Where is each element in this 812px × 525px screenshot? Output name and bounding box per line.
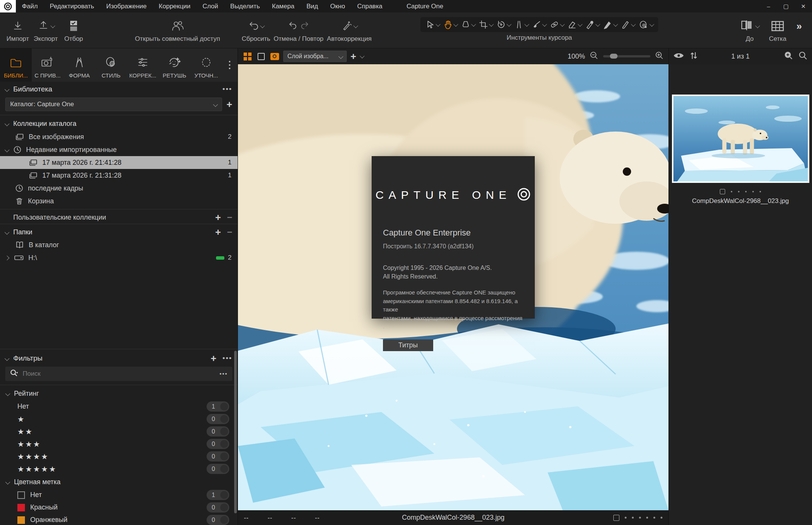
add-user-collection-button[interactable]: + <box>215 214 221 221</box>
color-filter-row[interactable]: Нет 1 <box>0 489 238 501</box>
count-badge[interactable]: 0 <box>207 502 229 513</box>
menu-help[interactable]: Справка <box>351 0 389 12</box>
rating-filter-row[interactable]: ★★★★★ 0 <box>0 463 238 475</box>
user-collections-header[interactable]: Пользовательские коллекции + − <box>0 211 238 224</box>
rating-filter-header[interactable]: Рейтинг <box>0 387 238 400</box>
rating-dot[interactable] <box>661 517 662 519</box>
proof-view-icon[interactable] <box>270 51 279 61</box>
export-button[interactable]: Экспорт <box>32 12 60 43</box>
tab-style[interactable]: СТИЛЬ <box>95 48 127 82</box>
color-filter-row[interactable]: Оранжевый 0 <box>0 514 238 525</box>
count-badge[interactable]: 1 <box>207 401 229 412</box>
tabs-more-button[interactable] <box>222 48 237 82</box>
rating-dot[interactable] <box>752 191 754 192</box>
catalog-collections-header[interactable]: Коллекции каталога <box>0 117 238 130</box>
brush-tool[interactable] <box>531 19 546 30</box>
left-panel-scrollbar[interactable] <box>234 351 237 513</box>
import-button[interactable]: Импорт <box>4 12 32 43</box>
keystone-tool[interactable] <box>514 19 529 30</box>
library-menu-button[interactable]: ••• <box>222 87 232 91</box>
maximize-button[interactable]: ▢ <box>777 0 795 12</box>
menu-file[interactable]: Файл <box>16 0 44 12</box>
before-after-button[interactable]: До <box>736 12 764 43</box>
rating-filter-row[interactable]: ★★ 0 <box>0 425 238 438</box>
single-view-icon[interactable] <box>256 51 266 61</box>
toolbar-overflow-button[interactable]: » <box>792 12 807 43</box>
remove-user-collection-button[interactable]: − <box>227 214 232 221</box>
rating-dot[interactable] <box>625 517 627 519</box>
count-badge[interactable]: 1 <box>207 490 229 500</box>
select-arrow-tool[interactable] <box>425 19 440 30</box>
grid-button[interactable]: Сетка <box>764 12 792 43</box>
collection-trash[interactable]: Корзина <box>0 195 238 208</box>
tab-tether[interactable]: С ПРИВ... <box>32 48 63 82</box>
tab-retouch[interactable]: РЕТУШЬ <box>159 48 190 82</box>
cull-button[interactable]: Отбор <box>60 12 88 43</box>
minimize-button[interactable]: – <box>760 0 777 12</box>
color-filter-row[interactable]: Красный 0 <box>0 501 238 514</box>
zoom-out-icon[interactable] <box>590 51 599 62</box>
rating-dot[interactable] <box>760 191 761 192</box>
collection-recent-captures[interactable]: последние кадры <box>0 182 238 195</box>
menu-adjustments[interactable]: Коррекции <box>153 0 196 12</box>
rating-dot[interactable] <box>646 517 648 519</box>
zoom-slider[interactable] <box>603 55 650 57</box>
collection-recent-imports[interactable]: Недавние импортированные <box>0 143 238 156</box>
menu-window[interactable]: Окно <box>324 0 351 12</box>
color-tag-filter-header[interactable]: Цветная метка <box>0 475 238 489</box>
rotate-tool[interactable] <box>496 19 511 30</box>
collection-import-session[interactable]: 17 марта 2026 г. 21:41:28 1 <box>0 156 238 169</box>
folder-drive-h[interactable]: H:\ 2 <box>0 251 238 264</box>
close-button[interactable]: ✕ <box>795 0 812 12</box>
menu-camera[interactable]: Камера <box>266 0 300 12</box>
rating-dot[interactable] <box>653 517 655 519</box>
zoom-in-icon[interactable] <box>655 51 664 62</box>
add-filter-button[interactable]: + <box>211 355 216 362</box>
count-badge[interactable]: 0 <box>207 414 229 424</box>
collection-import-session[interactable]: 17 марта 2026 г. 21:31:28 1 <box>0 169 238 182</box>
count-badge[interactable]: 0 <box>207 515 229 525</box>
reset-button[interactable]: Сбросить <box>242 12 270 43</box>
thumbnail[interactable] <box>672 94 809 183</box>
rating-dot[interactable] <box>731 191 732 192</box>
photo-canvas[interactable]: CAPTURE ONE Capture One Enterprise Постр… <box>238 64 668 510</box>
count-badge[interactable]: 0 <box>207 426 229 437</box>
tab-adjust[interactable]: КОРРЕК... <box>127 48 159 82</box>
layer-select[interactable]: Слой изобра... <box>283 51 347 62</box>
tab-refine[interactable]: УТОЧН... <box>190 48 222 82</box>
rating-dot[interactable] <box>639 517 641 519</box>
radial-gradient-tool[interactable] <box>638 19 654 30</box>
undo-redo-button[interactable]: Отмена / Повтор <box>270 12 327 43</box>
credits-button[interactable]: Титры <box>383 339 433 351</box>
count-badge[interactable]: 0 <box>207 464 229 474</box>
autocorrect-button[interactable]: Автокоррекция <box>327 12 372 43</box>
select-checkbox[interactable] <box>613 515 619 521</box>
search-options-button[interactable]: ••• <box>219 372 228 376</box>
heal-patch-tool[interactable] <box>549 19 564 30</box>
folders-header[interactable]: Папки + − <box>0 226 238 238</box>
add-catalog-button[interactable]: + <box>227 101 232 108</box>
pencil-tool[interactable] <box>620 19 635 30</box>
menu-layer[interactable]: Слой <box>196 0 224 12</box>
crop-tool[interactable] <box>478 19 493 30</box>
search-icon[interactable] <box>798 51 807 62</box>
draw-mask-tool[interactable] <box>602 19 617 30</box>
add-layer-button[interactable]: + <box>350 52 356 60</box>
menu-select[interactable]: Выделить <box>224 0 266 12</box>
search-input[interactable] <box>23 370 216 378</box>
share-button[interactable]: Открыть совместный доступ <box>135 12 220 43</box>
rating-dot[interactable] <box>632 517 634 519</box>
count-badge[interactable]: 0 <box>207 439 229 449</box>
collection-all-images[interactable]: Все изображения 2 <box>0 130 238 143</box>
library-header[interactable]: Библиотека ••• <box>0 82 238 97</box>
catalog-select[interactable]: Каталог: Capture One <box>5 98 222 111</box>
remove-folder-button[interactable]: − <box>227 228 232 236</box>
zoom-thumb-icon[interactable] <box>784 51 793 62</box>
filters-menu-button[interactable]: ••• <box>222 356 232 360</box>
rating-dot[interactable] <box>745 191 747 192</box>
erase-tool[interactable] <box>567 19 582 30</box>
menu-view[interactable]: Вид <box>300 0 324 12</box>
menu-edit[interactable]: Редактировать <box>44 0 100 12</box>
zoom-slider-handle[interactable] <box>610 54 617 59</box>
pan-hand-tool[interactable] <box>443 19 458 30</box>
